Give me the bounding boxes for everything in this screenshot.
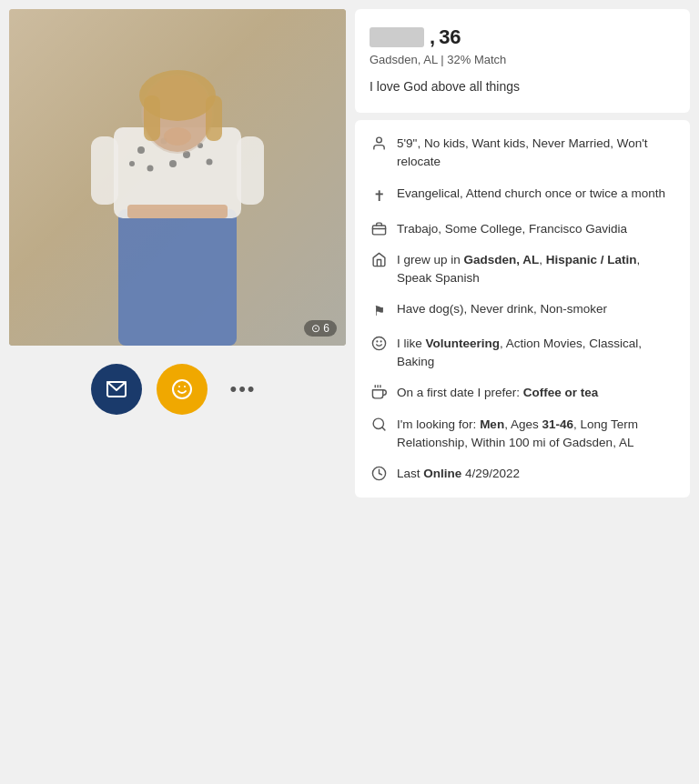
detail-text-first-date: On a first date I prefer: Coffee or tea <box>397 384 675 402</box>
detail-row-work: Trabajo, Some College, Francisco Gavidia <box>370 220 675 238</box>
profile-header: , 36 Gadsden, AL | 32% Match I love God … <box>355 9 690 113</box>
svg-point-8 <box>169 160 177 167</box>
detail-row-interests: I like Volunteering, Action Movies, Clas… <box>370 335 675 372</box>
svg-point-22 <box>173 380 191 398</box>
svg-point-25 <box>376 137 381 143</box>
detail-row-first-date: On a first date I prefer: Coffee or tea <box>370 384 675 402</box>
detail-row-looking-for: I'm looking for: Men, Ages 31-46, Long T… <box>370 416 675 453</box>
clock-icon <box>370 465 388 481</box>
briefcase-icon <box>370 220 388 236</box>
detail-text-last-online: Last Online 4/29/2022 <box>397 465 675 483</box>
detail-text-lifestyle: Have dog(s), Never drink, Non-smoker <box>397 300 675 318</box>
svg-rect-17 <box>206 95 222 141</box>
svg-point-29 <box>372 337 385 349</box>
detail-text-interests: I like Volunteering, Action Movies, Clas… <box>397 335 675 372</box>
detail-text-physical: 5'9", No kids, Want kids, Never Married,… <box>397 135 675 172</box>
svg-point-10 <box>129 161 135 166</box>
svg-line-36 <box>381 427 384 429</box>
svg-point-20 <box>164 127 191 146</box>
detail-text-origin: I grew up in Gadsden, AL, Hispanic / Lat… <box>397 251 675 288</box>
person-icon <box>370 135 388 151</box>
svg-rect-2 <box>118 209 237 346</box>
smile-button[interactable] <box>157 364 208 415</box>
svg-point-7 <box>147 166 154 172</box>
more-options-button[interactable]: ••• <box>222 370 263 408</box>
bio-text: I love God above all things <box>370 79 520 94</box>
location-text: Gadsden, AL <box>370 53 438 66</box>
detail-row-lifestyle: ⚑ Have dog(s), Never drink, Non-smoker <box>370 300 675 322</box>
detail-text-religion: Evangelical, Attend church once or twice… <box>397 185 675 203</box>
detail-row-religion: ✝ Evangelical, Attend church once or twi… <box>370 185 675 207</box>
detail-row-origin: I grew up in Gadsden, AL, Hispanic / Lat… <box>370 251 675 288</box>
coffee-icon <box>370 384 388 400</box>
profile-name-age: , 36 <box>370 25 675 49</box>
home-icon <box>370 251 388 267</box>
profile-name-blur <box>370 27 424 47</box>
right-panel: , 36 Gadsden, AL | 32% Match I love God … <box>346 9 690 498</box>
svg-rect-19 <box>237 136 264 205</box>
flag-icon: ⚑ <box>370 300 388 322</box>
detail-row-last-online: Last Online 4/29/2022 <box>370 465 675 483</box>
cross-icon: ✝ <box>370 185 388 207</box>
profile-photo: ⊙ 6 <box>9 9 346 346</box>
match-text: 32% Match <box>447 53 506 66</box>
svg-rect-12 <box>127 205 228 218</box>
details-panel: 5'9", No kids, Want kids, Never Married,… <box>355 120 690 498</box>
detail-row-physical: 5'9", No kids, Want kids, Never Married,… <box>370 135 675 172</box>
profile-age-separator: , <box>430 25 435 49</box>
smile-icon <box>370 335 388 351</box>
profile-bio: I love God above all things <box>370 77 675 96</box>
svg-point-4 <box>137 146 145 154</box>
profile-age: 36 <box>439 25 461 49</box>
svg-rect-16 <box>144 95 160 141</box>
left-panel: ⊙ 6 ••• <box>9 9 346 498</box>
svg-point-11 <box>207 159 213 166</box>
detail-text-looking-for: I'm looking for: Men, Ages 31-46, Long T… <box>397 416 675 453</box>
action-buttons: ••• <box>91 364 263 415</box>
svg-rect-26 <box>372 225 385 234</box>
photo-counter: ⊙ 6 <box>304 320 337 337</box>
detail-text-work: Trabajo, Some College, Francisco Gavidia <box>397 220 675 238</box>
search-icon <box>370 416 388 432</box>
profile-location: Gadsden, AL | 32% Match <box>370 53 675 66</box>
message-button[interactable] <box>91 364 142 415</box>
svg-rect-18 <box>91 136 118 205</box>
